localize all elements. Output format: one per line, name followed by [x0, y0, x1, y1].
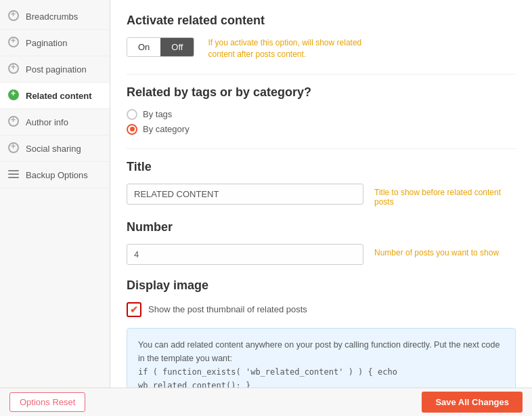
radio-circle-tags[interactable]: [127, 109, 137, 120]
author-info-icon: [8, 116, 20, 128]
save-changes-button[interactable]: Save All Changes: [422, 392, 523, 413]
info-line2: template you want:: [161, 354, 232, 363]
related-content-icon: [8, 89, 20, 102]
checkbox-label: Show the post thumbnail of related posts: [148, 304, 307, 314]
sidebar-item-backup-options[interactable]: Backup Options: [0, 162, 110, 188]
options-reset-button[interactable]: Options Reset: [9, 392, 85, 412]
title-hint: Title to show before related content pos…: [374, 184, 516, 207]
sidebar-item-label: Related content: [26, 91, 92, 101]
toggle-on-button[interactable]: On: [127, 38, 160, 56]
divider-1: [127, 74, 516, 75]
related-by-title: Related by tags or by category?: [127, 85, 516, 100]
sidebar-item-social-sharing[interactable]: Social sharing: [0, 136, 110, 162]
toggle-buttons: On Off: [127, 37, 194, 57]
post-pagination-icon: [8, 63, 20, 75]
sidebar-item-post-pagination[interactable]: Post pagination: [0, 56, 110, 83]
number-input[interactable]: [127, 244, 363, 265]
title-section-heading: Title: [127, 160, 516, 174]
social-sharing-icon: [8, 142, 20, 154]
footer: Options Reset Save All Changes: [0, 388, 532, 416]
radio-option-tags[interactable]: By tags: [127, 109, 516, 120]
sidebar-item-author-info[interactable]: Author info: [0, 109, 110, 136]
activate-section-title: Activate related content: [127, 14, 516, 28]
title-input[interactable]: [127, 184, 363, 205]
number-hint: Number of posts you want to show: [374, 244, 499, 257]
divider-2: [127, 148, 516, 149]
main-content: Activate related content On Off If you a…: [110, 0, 532, 388]
breadcrumbs-icon: [8, 10, 20, 22]
sidebar-item-breadcrumbs[interactable]: Breadcrumbs: [0, 3, 110, 30]
pagination-icon: [8, 37, 20, 49]
toggle-hint: If you activate this option, will show r…: [208, 37, 370, 60]
sidebar-item-label: Post pagination: [26, 64, 87, 75]
radio-label-tags: By tags: [143, 109, 172, 119]
toggle-off-button[interactable]: Off: [160, 38, 194, 56]
radio-group: By tags By category: [127, 109, 516, 135]
sidebar-item-label: Author info: [26, 117, 68, 127]
sidebar-item-pagination[interactable]: Pagination: [0, 30, 110, 56]
display-image-checkbox[interactable]: [127, 302, 141, 317]
number-section-heading: Number: [127, 220, 516, 234]
radio-label-category: By category: [143, 124, 190, 134]
sidebar-item-related-content[interactable]: Related content: [0, 83, 110, 109]
radio-circle-category[interactable]: [127, 124, 137, 135]
toggle-group: On Off If you activate this option, will…: [127, 37, 516, 60]
checkbox-row: Show the post thumbnail of related posts: [127, 302, 516, 317]
info-box: You can add related content anywhere on …: [127, 328, 516, 388]
sidebar-item-label: Breadcrumbs: [26, 12, 78, 22]
radio-option-category[interactable]: By category: [127, 124, 516, 135]
title-field-row: Title to show before related content pos…: [127, 184, 516, 207]
sidebar-item-label: Social sharing: [26, 144, 81, 154]
number-field-row: Number of posts you want to show: [127, 244, 516, 265]
sidebar-item-label: Backup Options: [26, 170, 88, 180]
sidebar-item-label: Pagination: [26, 38, 67, 48]
display-image-heading: Display image: [127, 278, 516, 293]
sidebar: Breadcrumbs Pagination Post pagination R…: [0, 0, 110, 388]
backup-options-icon: [8, 169, 20, 181]
info-code: if ( function_exists( 'wb_related_conten…: [138, 367, 397, 388]
